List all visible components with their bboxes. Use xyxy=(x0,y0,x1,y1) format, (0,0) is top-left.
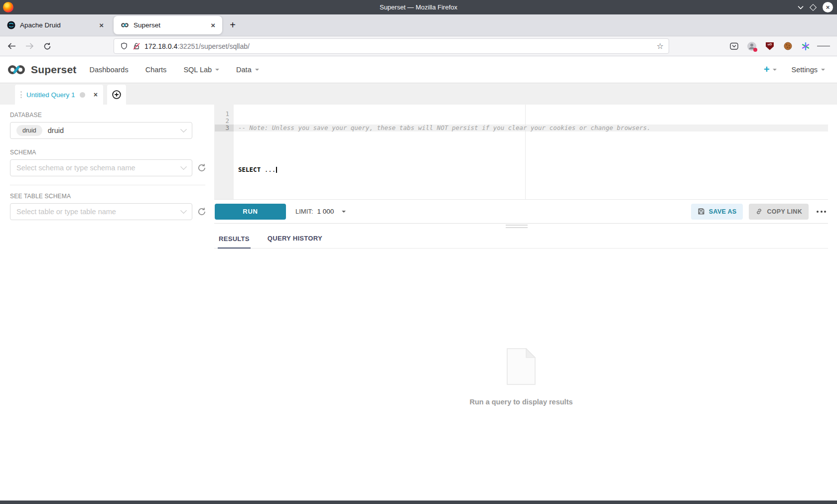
editor-pane: 1 2 3 -- Note: Unless you save your quer… xyxy=(209,105,837,501)
nav-dashboards[interactable]: Dashboards xyxy=(89,66,128,74)
save-as-button[interactable]: SAVE AS xyxy=(691,204,743,220)
sidebar-divider xyxy=(10,185,205,185)
line-number: 2 xyxy=(215,118,234,125)
database-label: DATABASE xyxy=(10,112,209,119)
new-item-button[interactable]: + xyxy=(764,64,777,75)
more-options-icon[interactable] xyxy=(815,208,828,216)
bookmark-star-icon[interactable]: ☆ xyxy=(657,41,664,51)
tab-results[interactable]: RESULTS xyxy=(218,235,251,249)
table-select[interactable]: Select table or type table name xyxy=(10,203,192,220)
browser-tabbar: Apache Druid × Superset × + xyxy=(0,14,837,36)
chevron-down-icon xyxy=(255,69,259,71)
sql-lab-main: DATABASE druid druid SCHEMA Select schem… xyxy=(0,105,837,501)
line-number-active: 3 xyxy=(215,125,234,131)
database-select[interactable]: druid druid xyxy=(10,122,192,139)
url-host: 172.18.0.4 xyxy=(144,42,177,50)
query-tab-untitled-query-1[interactable]: Untitled Query 1 × xyxy=(15,85,103,105)
add-query-tab-button[interactable] xyxy=(107,85,126,105)
text-cursor xyxy=(276,167,277,173)
table-schema-label: SEE TABLE SCHEMA xyxy=(10,193,209,200)
query-tab-strip: Untitled Query 1 × xyxy=(0,83,837,105)
maximize-icon[interactable] xyxy=(810,3,817,10)
copy-link-button[interactable]: COPY LINK xyxy=(749,204,809,220)
nav-data[interactable]: Data xyxy=(236,66,259,74)
sql-code-line: SELECT ... xyxy=(238,166,828,173)
new-tab-button[interactable]: + xyxy=(225,16,240,34)
empty-state-text: Run a query to display results xyxy=(469,398,572,406)
results-tabbar: RESULTS QUERY HISTORY xyxy=(214,230,828,249)
sql-empty-line xyxy=(238,145,828,152)
cookie-extension-icon[interactable] xyxy=(781,40,794,53)
refresh-schemas-icon[interactable] xyxy=(197,163,206,172)
window-bottom-edge xyxy=(0,501,837,504)
query-tab-title: Untitled Query 1 xyxy=(26,91,75,99)
line-number: 1 xyxy=(215,111,234,118)
superset-logo[interactable]: Superset xyxy=(7,63,76,76)
schema-placeholder: Select schema or type schema name xyxy=(16,164,136,172)
url-text[interactable]: 172.18.0.4:32251/superset/sqllab/ xyxy=(144,42,657,50)
chevron-down-icon xyxy=(342,211,346,213)
nav-sql-lab[interactable]: SQL Lab xyxy=(183,66,219,74)
close-tab-icon[interactable]: × xyxy=(209,21,217,29)
settings-menu[interactable]: Settings xyxy=(792,66,825,74)
tab-title: Apache Druid xyxy=(20,21,97,29)
chevron-down-icon xyxy=(180,126,187,132)
sql-comment-line: -- Note: Unless you save your query, the… xyxy=(238,125,828,131)
schema-select[interactable]: Select schema or type schema name xyxy=(10,159,192,176)
brand-name: Superset xyxy=(31,64,76,76)
window-title: Superset — Mozilla Firefox xyxy=(0,3,837,11)
insecure-lock-icon[interactable] xyxy=(133,42,140,50)
account-icon[interactable] xyxy=(745,40,758,53)
drag-handle-icon[interactable] xyxy=(506,225,528,230)
save-icon xyxy=(698,208,705,215)
document-icon xyxy=(507,348,536,385)
chevron-down-icon xyxy=(821,69,825,71)
run-button[interactable]: RUN xyxy=(215,204,286,220)
minimize-icon[interactable] xyxy=(798,5,804,9)
editor-toolbar: RUN LIMIT: 1 000 SAVE AS xyxy=(214,199,828,224)
limit-label: LIMIT: xyxy=(295,208,313,215)
browser-tab-apache-druid[interactable]: Apache Druid × xyxy=(0,16,111,34)
sql-lab-sidebar: DATABASE druid druid SCHEMA Select schem… xyxy=(0,105,209,501)
schema-label: SCHEMA xyxy=(10,149,209,156)
results-empty-state: Run a query to display results xyxy=(214,249,828,501)
query-status-dot xyxy=(80,92,85,98)
sql-editor[interactable]: 1 2 3 -- Note: Unless you save your quer… xyxy=(214,105,828,199)
close-window-icon[interactable]: × xyxy=(823,2,833,12)
url-bar[interactable]: 172.18.0.4:32251/superset/sqllab/ ☆ xyxy=(114,38,669,54)
browser-toolbar: 172.18.0.4:32251/superset/sqllab/ ☆ uO xyxy=(0,36,837,56)
refresh-tables-icon[interactable] xyxy=(197,207,206,216)
chevron-down-icon xyxy=(180,207,187,214)
superset-infinity-icon xyxy=(7,63,27,76)
account-error-badge xyxy=(753,48,757,52)
chevron-down-icon xyxy=(215,69,219,71)
reload-button[interactable] xyxy=(41,40,54,53)
chevron-down-icon xyxy=(773,69,777,71)
limit-dropdown[interactable]: LIMIT: 1 000 xyxy=(295,208,346,215)
close-query-tab-icon[interactable]: × xyxy=(94,91,98,99)
superset-navbar: Superset Dashboards Charts SQL Lab Data … xyxy=(0,56,837,83)
close-tab-icon[interactable]: × xyxy=(97,21,106,29)
druid-favicon-icon xyxy=(7,21,15,29)
menu-icon[interactable] xyxy=(817,40,830,53)
pocket-icon[interactable] xyxy=(727,40,740,53)
tab-menu-icon[interactable] xyxy=(20,91,22,98)
pane-splitter[interactable] xyxy=(214,224,828,230)
browser-tab-superset[interactable]: Superset × xyxy=(114,16,222,34)
tab-query-history[interactable]: QUERY HISTORY xyxy=(267,235,323,248)
tracking-shield-icon[interactable] xyxy=(120,42,128,50)
forward-button[interactable] xyxy=(23,40,36,53)
database-type-pill: druid xyxy=(16,125,42,136)
editor-gutter: 1 2 3 xyxy=(215,105,234,199)
back-button[interactable] xyxy=(5,40,18,53)
extension-asterisk-icon[interactable] xyxy=(799,40,812,53)
limit-value: 1 000 xyxy=(317,208,334,215)
url-path: :32251/superset/sqllab/ xyxy=(177,42,250,50)
tab-title: Superset xyxy=(134,21,209,29)
plus-circle-icon xyxy=(112,90,121,99)
link-icon xyxy=(755,208,763,215)
window-titlebar: Superset — Mozilla Firefox × xyxy=(0,0,837,14)
nav-charts[interactable]: Charts xyxy=(145,66,167,74)
database-value: druid xyxy=(48,126,64,134)
ublock-icon[interactable]: uO xyxy=(763,40,776,53)
